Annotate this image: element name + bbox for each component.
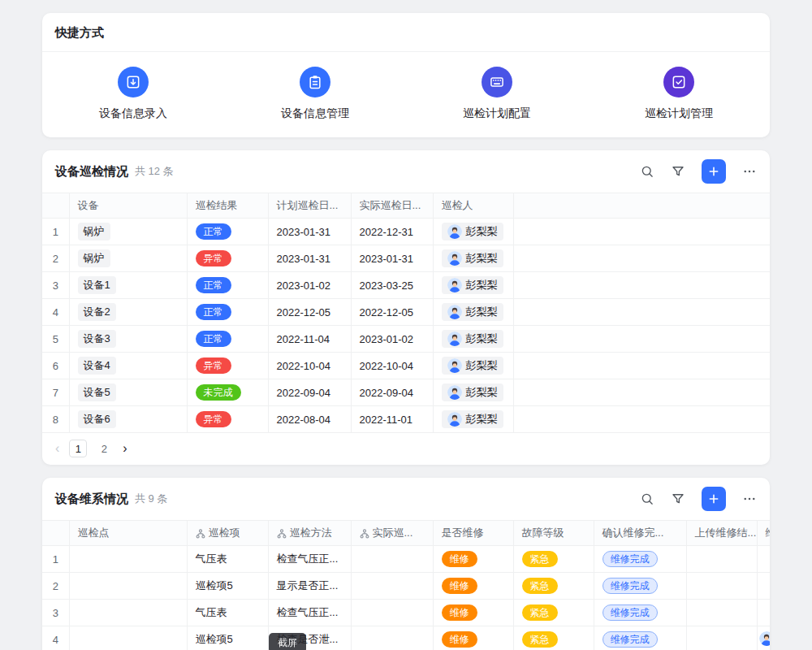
planned-date-cell[interactable]: 2022-10-04 [268, 353, 351, 379]
point-cell[interactable] [69, 600, 187, 626]
column-header[interactable]: 故障等级 [513, 521, 594, 546]
upload-cell[interactable] [686, 546, 757, 573]
filter-icon[interactable] [671, 492, 685, 506]
inspector-cell[interactable]: 彭梨梨 [433, 406, 513, 433]
maintenance-row[interactable]: 4巡检项5检查是否泄...维修紧急维修完成 [42, 626, 770, 650]
column-header[interactable]: 实际巡检日... [351, 193, 433, 219]
column-header[interactable]: 巡检结果 [187, 193, 268, 219]
device-cell[interactable]: 设备1 [69, 272, 187, 299]
inspector-cell[interactable]: 彭梨梨 [433, 326, 513, 353]
planned-date-cell[interactable]: 2023-01-02 [268, 272, 351, 299]
maintenance-row[interactable]: 1气压表检查气压正...维修紧急维修完成 [42, 546, 770, 573]
more-icon[interactable] [742, 164, 757, 179]
actual-cell[interactable] [351, 626, 433, 650]
page-button-2[interactable]: 2 [95, 440, 113, 457]
method-cell[interactable]: 显示是否正... [268, 573, 351, 600]
point-cell[interactable] [69, 573, 187, 600]
upload-cell[interactable] [686, 600, 757, 626]
repairer-cell[interactable] [757, 573, 770, 600]
confirm-cell[interactable]: 维修完成 [594, 600, 686, 626]
method-cell[interactable]: 检查气压正... [268, 600, 351, 626]
inspection-row[interactable]: 2锅炉异常2023-01-312023-01-31彭梨梨 [42, 245, 770, 272]
add-record-button[interactable] [702, 159, 726, 184]
column-header[interactable]: 巡检项 [187, 521, 268, 546]
repairer-cell[interactable] [757, 546, 770, 573]
item-cell[interactable]: 巡检项5 [187, 626, 268, 650]
column-header[interactable]: 确认维修完... [594, 521, 686, 546]
shortcut-2[interactable]: 设备信息管理 [224, 67, 406, 121]
actual-date-cell[interactable]: 2022-11-01 [351, 406, 433, 433]
column-header[interactable]: 维 [757, 521, 770, 546]
filter-icon[interactable] [671, 164, 685, 179]
point-cell[interactable] [69, 546, 187, 573]
inspector-cell[interactable]: 彭梨梨 [433, 353, 513, 379]
repair-cell[interactable]: 维修 [433, 626, 513, 650]
inspection-row[interactable]: 5设备3正常2022-11-042023-01-02彭梨梨 [42, 326, 770, 353]
result-cell[interactable]: 正常 [187, 272, 268, 299]
result-cell[interactable]: 正常 [187, 219, 268, 245]
planned-date-cell[interactable]: 2023-01-31 [268, 219, 351, 245]
level-cell[interactable]: 紧急 [513, 626, 594, 650]
inspection-row[interactable]: 8设备6异常2022-08-042022-11-01彭梨梨 [42, 406, 770, 433]
inspector-cell[interactable]: 彭梨梨 [433, 272, 513, 299]
device-cell[interactable]: 设备5 [69, 379, 187, 406]
column-header[interactable]: 上传维修结... [686, 521, 757, 546]
device-cell[interactable]: 锅炉 [69, 219, 187, 245]
page-button-1[interactable]: 1 [69, 440, 87, 457]
column-header[interactable]: 巡检点 [69, 521, 187, 546]
planned-date-cell[interactable]: 2023-01-31 [268, 245, 351, 272]
point-cell[interactable] [69, 626, 187, 650]
device-cell[interactable]: 设备6 [69, 406, 187, 433]
column-header[interactable]: 设备 [69, 193, 187, 219]
item-cell[interactable]: 气压表 [187, 600, 268, 626]
inspector-cell[interactable]: 彭梨梨 [433, 245, 513, 272]
actual-date-cell[interactable]: 2022-12-31 [351, 219, 433, 245]
maintenance-row[interactable]: 3气压表检查气压正...维修紧急维修完成 [42, 600, 770, 626]
search-icon[interactable] [640, 492, 654, 506]
level-cell[interactable]: 紧急 [513, 573, 594, 600]
add-record-button[interactable] [702, 487, 726, 511]
repairer-cell[interactable] [757, 600, 770, 626]
next-page-button[interactable]: › [123, 442, 127, 455]
actual-date-cell[interactable]: 2022-12-05 [351, 299, 433, 326]
actual-cell[interactable] [351, 573, 433, 600]
result-cell[interactable]: 正常 [187, 299, 268, 326]
result-cell[interactable]: 异常 [187, 353, 268, 379]
shortcut-4[interactable]: 巡检计划管理 [588, 67, 770, 121]
shortcut-1[interactable]: 设备信息录入 [42, 67, 224, 121]
column-header[interactable]: 是否维修 [433, 521, 513, 546]
inspector-cell[interactable]: 彭梨梨 [433, 299, 513, 326]
device-cell[interactable]: 锅炉 [69, 245, 187, 272]
actual-date-cell[interactable]: 2023-03-25 [351, 272, 433, 299]
method-cell[interactable]: 检查气压正... [268, 546, 351, 573]
inspection-row[interactable]: 7设备5未完成2022-09-042022-09-04彭梨梨 [42, 379, 770, 406]
column-header[interactable]: 巡检方法 [268, 521, 351, 546]
shortcut-3[interactable]: 巡检计划配置 [406, 67, 588, 121]
planned-date-cell[interactable]: 2022-09-04 [268, 379, 351, 406]
device-cell[interactable]: 设备3 [69, 326, 187, 353]
column-header[interactable]: 实际巡... [351, 521, 433, 546]
actual-date-cell[interactable]: 2023-01-02 [351, 326, 433, 353]
actual-date-cell[interactable]: 2023-01-31 [351, 245, 433, 272]
maintenance-row[interactable]: 2巡检项5显示是否正...维修紧急维修完成 [42, 573, 770, 600]
planned-date-cell[interactable]: 2022-12-05 [268, 299, 351, 326]
item-cell[interactable]: 气压表 [187, 546, 268, 573]
result-cell[interactable]: 异常 [187, 245, 268, 272]
device-cell[interactable]: 设备4 [69, 353, 187, 379]
actual-date-cell[interactable]: 2022-09-04 [351, 379, 433, 406]
inspector-cell[interactable]: 彭梨梨 [433, 219, 513, 245]
repairer-cell[interactable] [757, 626, 770, 650]
actual-cell[interactable] [351, 546, 433, 573]
planned-date-cell[interactable]: 2022-08-04 [268, 406, 351, 433]
confirm-cell[interactable]: 维修完成 [594, 626, 686, 650]
repair-cell[interactable]: 维修 [433, 573, 513, 600]
upload-cell[interactable] [686, 626, 757, 650]
repair-cell[interactable]: 维修 [433, 600, 513, 626]
inspection-row[interactable]: 3设备1正常2023-01-022023-03-25彭梨梨 [42, 272, 770, 299]
upload-cell[interactable] [686, 573, 757, 600]
planned-date-cell[interactable]: 2022-11-04 [268, 326, 351, 353]
result-cell[interactable]: 正常 [187, 326, 268, 353]
inspection-row[interactable]: 4设备2正常2022-12-052022-12-05彭梨梨 [42, 299, 770, 326]
column-header[interactable]: 巡检人 [433, 193, 513, 219]
level-cell[interactable]: 紧急 [513, 600, 594, 626]
